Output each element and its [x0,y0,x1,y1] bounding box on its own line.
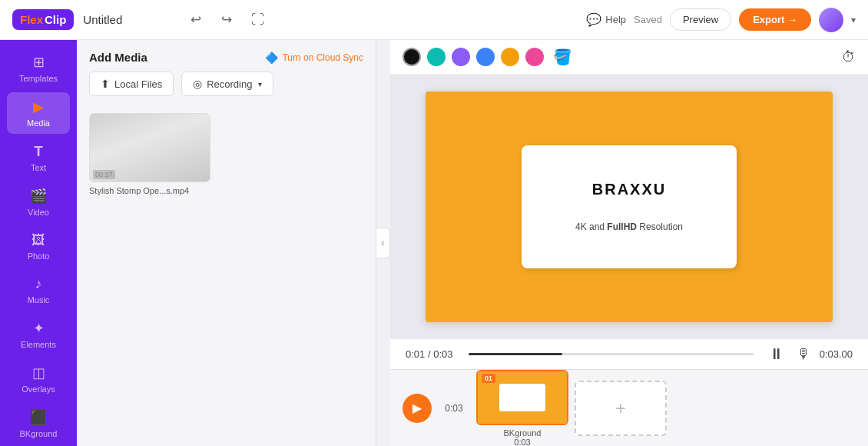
overlays-icon: ◫ [32,364,45,381]
sidebar-item-label: Elements [21,340,56,349]
video-icon: 🎬 [30,188,47,205]
color-toolbar: 🪣 ⏱ [390,40,868,75]
preview-card-subtitle: 4K and FullHD Resolution [575,221,683,232]
topbar-icons: ↩ ↪ ⛶ [184,8,269,32]
media-icon: ▶ [33,98,44,115]
recording-icon: ◎ [193,78,202,90]
sidebar-item-label: Video [28,208,49,217]
microphone-button[interactable]: 🎙 [797,346,810,362]
timeline-time: 0:03 [439,403,469,414]
sidebar-item-photo[interactable]: 🖼 Photo [7,226,70,267]
logo: FlexClip [12,9,74,30]
cloud-icon: 🔷 [265,52,278,64]
preview-canvas[interactable]: BRAXXU 4K and FullHD Resolution [426,92,833,322]
sidebar-item-video[interactable]: 🎬 Video [7,181,70,223]
saved-indicator: Saved [634,14,662,25]
sidebar-item-label: Overlays [22,384,55,394]
duration-display: 0:03.00 [820,348,853,360]
timeline-play-button[interactable]: ▶ [403,394,432,423]
fill-tool-icon[interactable]: 🪣 [553,48,572,66]
sidebar-item-bkground[interactable]: ⬛ BKground [7,403,70,444]
clip-label: BKground [476,428,568,438]
sidebar-item-label: Media [27,118,50,128]
current-time: 0:01 / 0:03 [406,348,453,360]
subtitle-post: Resolution [637,221,683,232]
recording-chevron-icon: ▾ [258,80,262,88]
canvas-area: 🪣 ⏱ BRAXXU 4K and FullHD Resolution 0:01… [390,40,868,446]
add-clip-wrapper: + [575,381,667,436]
preview-card-title: BRAXXU [592,181,666,198]
logo-clip: Clip [45,13,66,26]
sidebar-item-overlays[interactable]: ◫ Overlays [7,358,70,400]
templates-icon: ⊞ [33,54,45,71]
media-panel: Add Media 🔷 Turn on Cloud Sync ⬆ Local F… [77,40,376,446]
sidebar: ⊞ Templates ▶ Media T Text 🎬 Video 🖼 Pho… [0,40,77,446]
sidebar-item-label: Templates [19,74,58,83]
preview-card: BRAXXU 4K and FullHD Resolution [522,145,737,268]
clip-badge: 01 [482,374,495,383]
preview-button[interactable]: Preview [670,8,731,31]
local-files-label: Local Files [114,78,162,90]
preview-wrap: BRAXXU 4K and FullHD Resolution [390,75,868,338]
panel-collapse-button[interactable]: ‹ [376,228,390,258]
color-swatch-pink[interactable] [525,48,544,66]
sidebar-item-media[interactable]: ▶ Media [7,92,70,134]
media-item[interactable]: 00:17 Stylish Stomp Ope...s.mp4 [89,113,212,195]
media-thumbnail: 00:17 [89,113,210,182]
photo-icon: 🖼 [31,232,45,248]
topbar-right: 💬 Help Saved Preview Export → ▾ [586,8,856,32]
sidebar-item-text[interactable]: T Text [7,137,70,178]
recording-label: Recording [207,78,252,90]
media-grid: 00:17 Stylish Stomp Ope...s.mp4 [77,105,376,446]
sidebar-item-templates[interactable]: ⊞ Templates [7,48,70,89]
panel-title: Add Media [89,51,147,64]
timeline: ▶ 0:03 01 BKground 0:03 + [390,369,868,446]
media-label: Stylish Stomp Ope...s.mp4 [89,186,212,195]
cloud-sync-label: Turn on Cloud Sync [282,52,363,63]
fullscreen-button[interactable]: ⛶ [246,8,269,32]
logo-flex: Flex [20,13,43,26]
sidebar-item-label: Photo [28,251,50,261]
sidebar-item-elements[interactable]: ✦ Elements [7,314,70,355]
clip-wrapper: 01 BKground 0:03 [476,370,568,447]
elements-icon: ✦ [33,320,45,337]
add-clip-button[interactable]: + [575,381,667,436]
timeline-clips: 01 BKground 0:03 + [476,370,667,447]
sidebar-item-label: Text [31,163,46,172]
local-files-button[interactable]: ⬆ Local Files [89,72,174,96]
help-label: Help [605,14,626,25]
subtitle-pre: 4K and [575,221,607,232]
pause-button[interactable]: ⏸ [769,345,784,363]
avatar-chevron[interactable]: ▾ [851,15,856,25]
video-preview: 00:17 [90,113,210,182]
color-swatch-purple[interactable] [452,48,470,66]
cloud-sync-button[interactable]: 🔷 Turn on Cloud Sync [265,52,363,64]
music-icon: ♪ [35,276,42,292]
collapse-icon: ‹ [382,238,385,248]
redo-button[interactable]: ↪ [215,8,238,32]
panel-header: Add Media 🔷 Turn on Cloud Sync [77,40,376,72]
timer-icon[interactable]: ⏱ [842,49,856,65]
color-swatch-teal[interactable] [427,48,446,66]
avatar[interactable] [819,8,843,32]
sidebar-item-music[interactable]: ♪ Music [7,270,70,311]
main-layout: ⊞ Templates ▶ Media T Text 🎬 Video 🖼 Pho… [0,40,868,446]
title-input[interactable] [83,13,175,26]
timeline-clip[interactable]: 01 [476,370,568,425]
topbar: FlexClip ↩ ↪ ⛶ 💬 Help Saved Preview Expo… [0,0,868,40]
sidebar-item-label: Music [28,295,50,305]
color-swatch-blue[interactable] [476,48,495,66]
export-button[interactable]: Export → [739,8,811,31]
clip-duration: 0:03 [476,438,568,447]
help-button[interactable]: 💬 Help [586,12,626,27]
color-swatch-black[interactable] [403,48,421,66]
color-swatch-yellow[interactable] [501,48,519,66]
panel-actions: ⬆ Local Files ◎ Recording ▾ [77,72,376,105]
recording-button[interactable]: ◎ Recording ▾ [181,72,273,96]
playback-bar: 0:01 / 0:03 ⏸ 🎙 0:03.00 [390,338,868,369]
progress-fill [469,353,562,355]
progress-track[interactable] [469,353,754,355]
bkground-icon: ⬛ [30,409,47,426]
undo-button[interactable]: ↩ [184,8,207,32]
sidebar-item-label: BKground [20,429,58,438]
